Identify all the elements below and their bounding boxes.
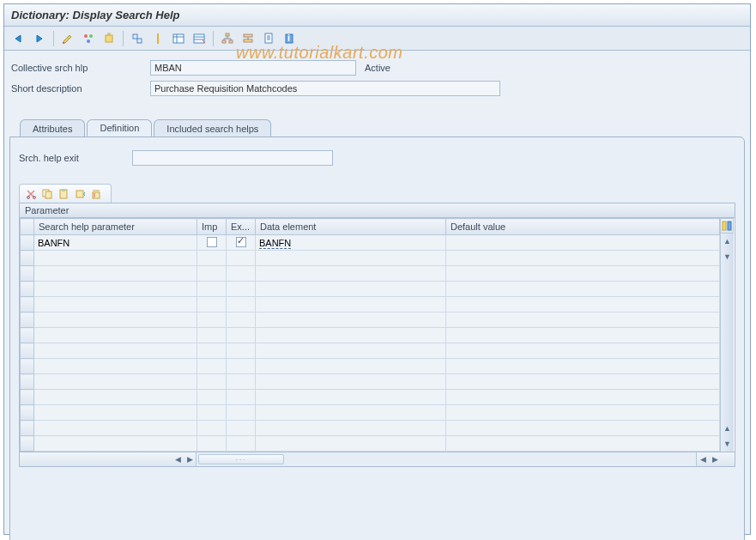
cell-elem[interactable] <box>256 374 446 390</box>
row-selector[interactable] <box>21 235 34 251</box>
cell-default[interactable] <box>446 374 720 390</box>
table2-icon[interactable] <box>190 30 209 47</box>
row-selector[interactable] <box>21 266 34 282</box>
collective-input[interactable] <box>150 60 356 76</box>
cell-exp[interactable] <box>227 282 256 297</box>
cell-imp[interactable] <box>197 266 227 282</box>
cell-param[interactable] <box>34 297 197 312</box>
vertical-scrollbar[interactable]: ▲ ▼ ▲ ▼ <box>720 234 734 452</box>
cell-imp[interactable] <box>197 436 227 452</box>
cell-elem[interactable] <box>256 266 446 282</box>
cell-exp[interactable] <box>227 235 256 251</box>
delete-icon[interactable] <box>88 187 104 201</box>
cell-default[interactable] <box>446 436 720 452</box>
cell-elem[interactable] <box>256 328 446 343</box>
cell-param[interactable] <box>34 251 197 266</box>
cell-default[interactable] <box>446 235 720 251</box>
cell-default[interactable] <box>446 405 720 421</box>
cell-param[interactable] <box>34 436 197 452</box>
cell-default[interactable] <box>446 297 720 312</box>
scroll-down-icon[interactable]: ▼ <box>722 438 734 450</box>
cut-icon[interactable] <box>23 187 39 201</box>
shortdesc-input[interactable] <box>150 81 500 96</box>
row-selector[interactable] <box>21 359 34 374</box>
cell-imp[interactable] <box>197 421 227 436</box>
scroll-step-left-icon[interactable]: ◀ <box>697 453 709 465</box>
rowsel-header[interactable] <box>21 219 34 235</box>
scroll-up-icon[interactable]: ▲ <box>722 235 734 247</box>
row-selector[interactable] <box>21 390 34 405</box>
cell-elem[interactable] <box>256 390 446 405</box>
cell-default[interactable] <box>446 266 720 282</box>
col-exp[interactable]: Ex... <box>227 219 256 235</box>
cell-default[interactable] <box>446 251 720 266</box>
row-selector[interactable] <box>21 312 34 328</box>
col-param[interactable]: Search help parameter <box>34 219 197 235</box>
cell-default[interactable] <box>446 282 720 297</box>
cell-imp[interactable] <box>197 359 227 374</box>
tab-attributes[interactable]: Attributes <box>20 119 85 137</box>
cell-exp[interactable] <box>227 297 256 312</box>
cell-elem[interactable] <box>256 405 446 421</box>
cell-param[interactable] <box>34 343 197 359</box>
scroll-thumb[interactable]: ··· <box>198 454 284 464</box>
row-selector[interactable] <box>21 421 34 436</box>
col-imp[interactable]: Imp <box>197 219 227 235</box>
cell-exp[interactable] <box>227 251 256 266</box>
cell-param[interactable] <box>34 421 197 436</box>
cell-default[interactable] <box>446 328 720 343</box>
cell-exp[interactable] <box>227 328 256 343</box>
row-selector[interactable] <box>21 297 34 312</box>
cell-imp[interactable] <box>197 282 227 297</box>
cell-default[interactable] <box>446 390 720 405</box>
cell-param[interactable] <box>34 312 197 328</box>
tab-included[interactable]: Included search helps <box>154 119 271 137</box>
flag-icon[interactable] <box>148 30 167 47</box>
cell-imp[interactable] <box>197 405 227 421</box>
copy-icon[interactable] <box>39 187 55 201</box>
cell-exp[interactable] <box>227 421 256 436</box>
cell-elem[interactable] <box>256 282 446 297</box>
cell-param[interactable] <box>34 405 197 421</box>
paste-icon[interactable] <box>56 187 71 201</box>
cell-default[interactable] <box>446 343 720 359</box>
exit-input[interactable] <box>132 150 333 166</box>
cell-elem[interactable] <box>256 421 446 436</box>
cell-param[interactable] <box>34 282 197 297</box>
cell-imp[interactable] <box>197 312 227 328</box>
row-selector[interactable] <box>21 282 34 297</box>
cell-default[interactable] <box>446 359 720 374</box>
cell-exp[interactable] <box>227 312 256 328</box>
cell-param[interactable] <box>34 328 197 343</box>
cell-param[interactable] <box>34 374 197 390</box>
col-elem[interactable]: Data element <box>256 219 446 235</box>
config-columns-icon[interactable] <box>720 218 734 234</box>
row-selector[interactable] <box>21 343 34 359</box>
doc-icon[interactable] <box>259 30 278 47</box>
horizontal-scrollbar[interactable]: ◀ ▶ ··· ◀ ▶ <box>19 452 735 467</box>
cell-imp[interactable] <box>197 374 227 390</box>
cell-imp[interactable] <box>197 235 227 251</box>
tree-icon[interactable] <box>218 30 237 47</box>
cell-elem[interactable] <box>256 297 446 312</box>
col-default[interactable]: Default value <box>446 219 720 235</box>
insert-icon[interactable] <box>72 187 88 201</box>
cell-exp[interactable] <box>227 390 256 405</box>
cell-exp[interactable] <box>227 405 256 421</box>
cell-imp[interactable] <box>197 390 227 405</box>
cell-elem[interactable] <box>256 359 446 374</box>
cell-default[interactable] <box>446 421 720 436</box>
info-icon[interactable]: i <box>280 30 299 47</box>
scroll-step-down-icon[interactable]: ▼ <box>722 251 734 263</box>
row-selector[interactable] <box>21 436 34 452</box>
row-selector[interactable] <box>21 328 34 343</box>
wand-icon[interactable] <box>79 30 98 47</box>
row-selector[interactable] <box>21 405 34 421</box>
cell-elem[interactable] <box>256 251 446 266</box>
cell-elem[interactable] <box>256 312 446 328</box>
table1-icon[interactable] <box>169 30 188 47</box>
cell-imp[interactable] <box>197 297 227 312</box>
activate-icon[interactable] <box>100 30 118 47</box>
cell-imp[interactable] <box>197 343 227 359</box>
row-selector[interactable] <box>21 374 34 390</box>
